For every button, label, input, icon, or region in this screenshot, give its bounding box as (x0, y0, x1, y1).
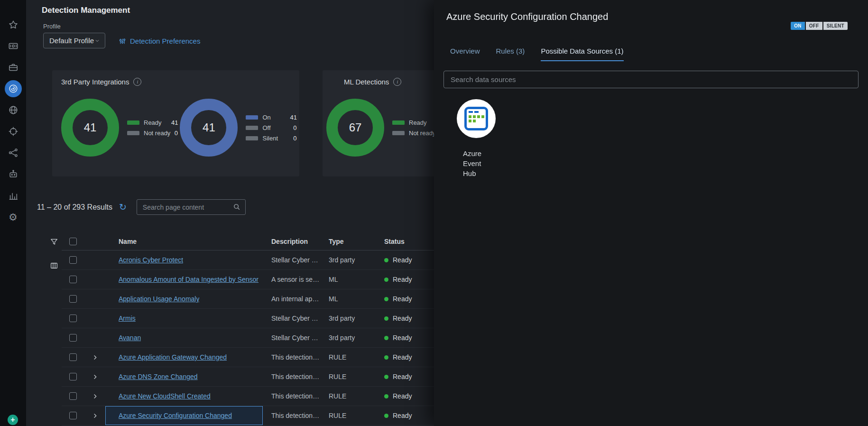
third-party-integrations-card: 3rd Party Integrations i 41 Ready41 Not … (52, 70, 299, 176)
detection-link[interactable]: Application Usage Anomaly (119, 295, 199, 303)
row-description: This detection… (263, 392, 321, 400)
table-row: Azure New CloudShell CreatedThis detecti… (62, 387, 466, 406)
detection-link[interactable]: Azure New CloudShell Created (119, 392, 211, 400)
legend-swatch (246, 136, 258, 140)
column-header-type[interactable]: Type (321, 238, 376, 245)
wallet-icon (8, 41, 18, 51)
sidebar-item-favorites[interactable] (5, 16, 22, 33)
row-type: RULE (321, 392, 376, 400)
profile-selected-value: Default Profile (49, 37, 94, 45)
status-dot-icon (384, 278, 388, 282)
status-dot-icon (384, 316, 388, 321)
legend-swatch (392, 131, 405, 135)
toggle-off-button[interactable]: OFF (806, 22, 822, 30)
detections-icon (8, 83, 18, 94)
expand-chevron-icon[interactable] (92, 413, 98, 419)
row-checkbox[interactable] (69, 334, 77, 342)
globe-icon (8, 105, 18, 115)
expand-chevron-icon[interactable] (92, 354, 98, 361)
page-search-input[interactable] (137, 199, 246, 215)
expand-chevron-icon[interactable] (92, 393, 98, 399)
tab-overview[interactable]: Overview (450, 47, 480, 61)
expand-chevron-icon[interactable] (92, 374, 98, 380)
sidebar-item-automation[interactable] (5, 166, 22, 183)
results-count: 11 – 20 of 293 Results (37, 203, 112, 212)
add-button[interactable]: + (8, 415, 18, 425)
tab-rules[interactable]: Rules (3) (496, 47, 525, 61)
status-dot-icon (384, 258, 388, 262)
detection-link[interactable]: Azure Application Gateway Changed (119, 353, 227, 361)
row-checkbox[interactable] (69, 295, 77, 303)
sidebar-item-detections[interactable] (5, 80, 22, 97)
sidebar-item-settings[interactable]: ⚙ (5, 208, 22, 225)
sidebar-item-connections[interactable] (5, 144, 22, 161)
row-type: ML (321, 295, 376, 303)
row-checkbox[interactable] (69, 256, 77, 264)
column-header-name[interactable]: Name (105, 238, 263, 245)
info-icon[interactable]: i (133, 78, 141, 86)
row-checkbox[interactable] (69, 315, 77, 322)
detections-table: Name Description Type Status Acronis Cyb… (62, 233, 466, 426)
panel-title: Azure Security Configuration Changed (446, 11, 608, 30)
detection-link[interactable]: Acronis Cyber Protect (119, 256, 183, 264)
profile-select[interactable]: Default Profile (43, 33, 105, 48)
table-body: Acronis Cyber ProtectStellar Cyber …3rd … (62, 250, 466, 426)
row-type: RULE (321, 353, 376, 361)
row-description: This detection… (263, 353, 321, 361)
briefcase-icon (8, 62, 18, 73)
ml-ready-donut: 67 (326, 99, 384, 157)
status-dot-icon (384, 297, 388, 301)
toggle-on-button[interactable]: ON (791, 22, 805, 30)
network-icon (8, 148, 18, 158)
row-description: A sensor is se… (263, 276, 321, 283)
data-source-search-input[interactable] (443, 71, 859, 88)
row-checkbox[interactable] (69, 412, 77, 419)
info-icon[interactable]: i (393, 78, 401, 86)
row-checkbox[interactable] (69, 353, 77, 361)
sidebar-item-threat-intel[interactable] (5, 102, 22, 119)
detection-link[interactable]: Anomalous Amount of Data Ingested by Sen… (119, 276, 259, 283)
detection-preferences-link[interactable]: Detection Preferences (119, 37, 200, 45)
app-sidebar: ⚙ + (0, 0, 26, 426)
sidebar-item-reports[interactable] (5, 187, 22, 204)
detection-link[interactable]: Avanan (119, 334, 141, 342)
row-checkbox[interactable] (69, 276, 77, 283)
status-dot-icon (384, 355, 388, 360)
sidebar-item-cases[interactable] (5, 59, 22, 76)
tab-possible-data-sources[interactable]: Possible Data Sources (1) (541, 47, 623, 61)
detection-link[interactable]: Azure Security Configuration Changed (119, 412, 232, 419)
row-checkbox[interactable] (69, 392, 77, 400)
table-header: Name Description Type Status (62, 233, 466, 250)
table-row: Acronis Cyber ProtectStellar Cyber …3rd … (62, 250, 466, 270)
row-type: 3rd party (321, 315, 376, 322)
row-description: An internal ap… (263, 295, 321, 303)
table-row: AvananStellar Cyber …3rd partyReady (62, 328, 466, 348)
toggle-silent-button[interactable]: SILENT (823, 22, 848, 30)
status-dot-icon (384, 394, 388, 398)
row-type: ML (321, 276, 376, 283)
select-all-checkbox[interactable] (69, 238, 77, 245)
chevron-down-icon (94, 38, 100, 44)
gear-icon: ⚙ (9, 212, 18, 222)
profile-label: Profile (43, 23, 105, 30)
status-dot-icon (384, 375, 388, 379)
row-type: RULE (321, 412, 376, 419)
legend-swatch (392, 120, 405, 125)
legend-swatch (246, 126, 258, 130)
legend-swatch (246, 115, 258, 120)
sidebar-item-threat-hunting[interactable] (5, 123, 22, 140)
row-checkbox[interactable] (69, 373, 77, 380)
columns-icon[interactable] (50, 261, 58, 272)
third-party-on-donut: 41 (180, 99, 238, 157)
refresh-icon[interactable]: ↻ (119, 202, 127, 213)
row-description: This detection… (263, 373, 321, 380)
data-source-tile[interactable]: Azure Event Hub (457, 99, 502, 178)
third-party-ready-legend: Ready41 Not ready0 (127, 119, 178, 137)
detection-link[interactable]: Armis (119, 315, 136, 322)
row-description: Stellar Cyber … (263, 256, 321, 264)
row-description: Stellar Cyber … (263, 315, 321, 322)
column-header-description[interactable]: Description (263, 238, 321, 245)
detection-link[interactable]: Azure DNS Zone Changed (119, 373, 198, 380)
sidebar-item-licensing[interactable] (5, 37, 22, 55)
filter-icon[interactable] (50, 238, 58, 248)
